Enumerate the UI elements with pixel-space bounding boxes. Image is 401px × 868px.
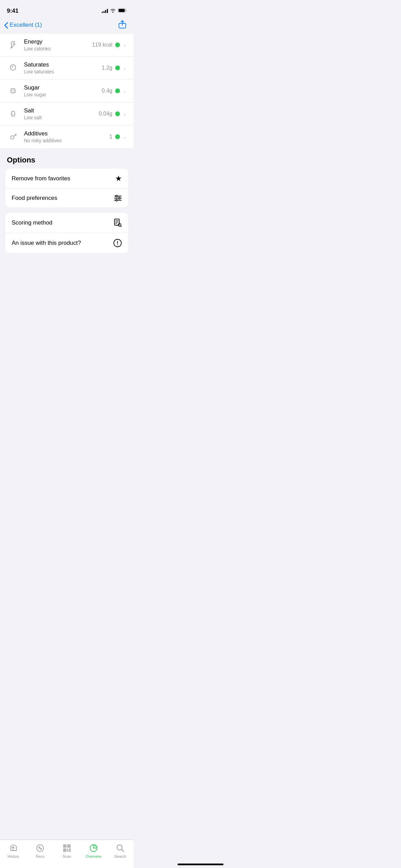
salt-name: Salt (24, 107, 94, 114)
additives-chevron-icon: ⌄ (123, 134, 127, 140)
svg-point-17 (116, 200, 118, 201)
saturates-value: 1.2g (102, 65, 112, 71)
info-card-group: Scoring method An issue with this produc… (5, 213, 128, 253)
energy-status-dot (115, 43, 120, 47)
signal-bars-icon (102, 9, 108, 13)
energy-icon (7, 39, 19, 51)
svg-point-7 (12, 114, 13, 115)
salt-icon (7, 108, 19, 120)
additives-sub: No risky additives (24, 138, 105, 143)
remove-favorites-item[interactable]: Remove from favorites ★ (5, 169, 128, 189)
additives-name: Additives (24, 130, 105, 137)
back-button[interactable]: Excellent (1) (4, 22, 42, 29)
wifi-icon (110, 8, 116, 14)
energy-value: 119 kcal (92, 42, 112, 48)
battery-icon (118, 8, 127, 14)
nutrient-list: Energy Low calories 119 kcal ⌄ Saturates… (0, 34, 134, 148)
food-preferences-label: Food preferences (12, 195, 57, 202)
sugar-value: 0.4g (102, 88, 112, 94)
nutrient-salt[interactable]: Salt Low salt 0.04g ⌄ (0, 103, 134, 125)
svg-point-15 (116, 195, 118, 197)
additives-status-dot (115, 134, 120, 139)
options-section: Options Remove from favorites ★ Food pre… (0, 148, 134, 253)
nutrient-sugar[interactable]: Sugar Low sugar 0.4g ⌄ (0, 80, 134, 103)
additives-value: 1 (109, 134, 112, 140)
svg-point-5 (12, 113, 13, 114)
nutrient-additives[interactable]: Additives No risky additives 1 ⌄ (0, 125, 134, 148)
sugar-sub: Low sugar (24, 92, 97, 97)
back-chevron-icon (4, 22, 8, 29)
issue-product-item[interactable]: An issue with this product? (5, 233, 128, 253)
sugar-name: Sugar (24, 84, 97, 91)
additives-icon (7, 131, 19, 143)
svg-line-23 (121, 226, 121, 227)
doc-search-icon (113, 218, 122, 227)
sliders-icon (114, 194, 122, 202)
svg-point-16 (119, 197, 120, 199)
scoring-method-item[interactable]: Scoring method (5, 213, 128, 233)
salt-sub: Low salt (24, 115, 94, 120)
svg-rect-1 (119, 9, 125, 12)
saturates-icon (7, 62, 19, 74)
remove-favorites-label: Remove from favorites (12, 175, 70, 182)
exclamation-icon (113, 239, 122, 248)
saturates-chevron-icon: ⌄ (123, 65, 127, 71)
energy-chevron-icon: ⌄ (123, 42, 127, 48)
nav-bar: Excellent (1) (0, 17, 134, 34)
options-card-group: Remove from favorites ★ Food preferences (5, 169, 128, 207)
energy-name: Energy (24, 38, 87, 45)
sugar-icon (7, 85, 19, 97)
food-preferences-item[interactable]: Food preferences (5, 189, 128, 207)
share-button[interactable] (118, 20, 127, 30)
star-icon: ★ (115, 174, 122, 183)
status-time: 9:41 (7, 8, 19, 14)
svg-rect-4 (11, 111, 15, 116)
back-label: Excellent (1) (10, 22, 42, 28)
status-icons (102, 8, 127, 14)
scoring-method-label: Scoring method (12, 219, 52, 226)
salt-value: 0.04g (99, 111, 112, 117)
nutrient-saturates[interactable]: Saturates Low saturates 1.2g ⌄ (0, 57, 134, 80)
svg-point-6 (13, 114, 14, 115)
sugar-status-dot (115, 88, 120, 93)
salt-chevron-icon: ⌄ (123, 111, 127, 117)
saturates-status-dot (115, 65, 120, 70)
sugar-chevron-icon: ⌄ (123, 88, 127, 94)
options-heading: Options (0, 148, 134, 169)
saturates-name: Saturates (24, 61, 97, 68)
status-bar: 9:41 (0, 0, 134, 17)
svg-point-26 (117, 244, 118, 245)
energy-sub: Low calories (24, 46, 87, 51)
issue-product-label: An issue with this product? (12, 240, 81, 246)
nutrient-energy[interactable]: Energy Low calories 119 kcal ⌄ (0, 34, 134, 57)
saturates-sub: Low saturates (24, 69, 97, 74)
salt-status-dot (115, 111, 120, 116)
